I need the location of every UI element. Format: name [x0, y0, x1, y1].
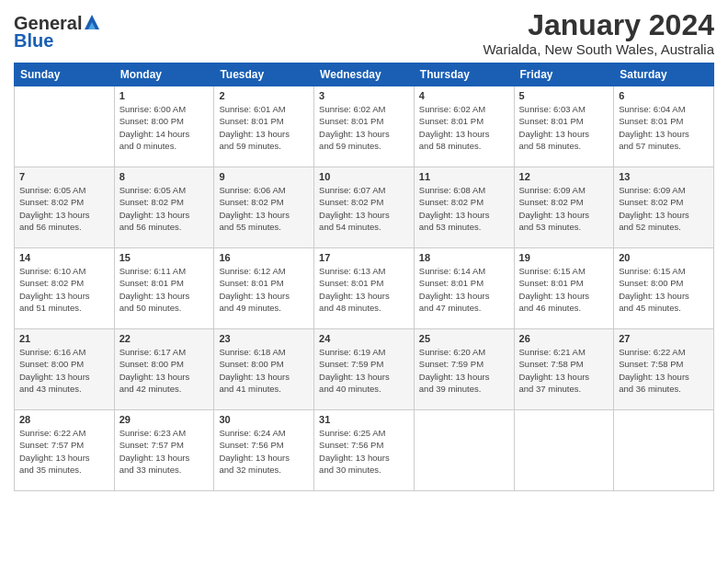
- cell-day-number: 14: [19, 252, 109, 263]
- calendar-cell: 12Sunrise: 6:09 AMSunset: 8:02 PMDayligh…: [514, 167, 614, 248]
- cell-sunset: Sunset: 7:57 PM: [119, 439, 210, 451]
- cell-sunset: Sunset: 7:56 PM: [319, 439, 409, 451]
- calendar-week-2: 7Sunrise: 6:05 AMSunset: 8:02 PMDaylight…: [15, 167, 714, 248]
- cell-day-number: 7: [19, 171, 109, 182]
- cell-sunset: Sunset: 8:00 PM: [119, 358, 210, 370]
- cell-info: Sunrise: 6:15 AMSunset: 8:01 PMDaylight:…: [519, 265, 609, 314]
- cell-daylight-line1: Daylight: 13 hours: [619, 209, 709, 221]
- cell-info: Sunrise: 6:22 AMSunset: 7:57 PMDaylight:…: [19, 427, 109, 476]
- cell-daylight-line2: and 59 minutes.: [219, 140, 309, 152]
- cell-daylight-line2: and 37 minutes.: [519, 383, 609, 395]
- cell-sunset: Sunset: 8:02 PM: [19, 196, 109, 208]
- cell-sunset: Sunset: 8:02 PM: [519, 196, 609, 208]
- cell-sunrise: Sunrise: 6:16 AM: [19, 346, 109, 358]
- cell-daylight-line2: and 39 minutes.: [419, 383, 509, 395]
- cell-sunset: Sunset: 8:00 PM: [19, 358, 109, 370]
- cell-daylight-line2: and 35 minutes.: [19, 464, 109, 476]
- cell-sunset: Sunset: 8:01 PM: [319, 277, 409, 289]
- cell-info: Sunrise: 6:11 AMSunset: 8:01 PMDaylight:…: [119, 265, 210, 314]
- cell-day-number: 5: [519, 90, 609, 101]
- cell-day-number: 24: [319, 333, 409, 344]
- calendar-cell: [414, 410, 514, 491]
- cell-info: Sunrise: 6:13 AMSunset: 8:01 PMDaylight:…: [319, 265, 409, 314]
- cell-sunrise: Sunrise: 6:06 AM: [219, 184, 309, 196]
- cell-day-number: 2: [219, 90, 309, 101]
- cell-sunset: Sunset: 8:00 PM: [119, 115, 210, 127]
- cell-info: Sunrise: 6:20 AMSunset: 7:59 PMDaylight:…: [419, 346, 509, 395]
- cell-day-number: 25: [419, 333, 509, 344]
- cell-daylight-line1: Daylight: 13 hours: [219, 128, 309, 140]
- cell-daylight-line1: Daylight: 13 hours: [619, 128, 709, 140]
- cell-info: Sunrise: 6:17 AMSunset: 8:00 PMDaylight:…: [119, 346, 210, 395]
- cell-daylight-line2: and 43 minutes.: [19, 383, 109, 395]
- calendar-week-1: 1Sunrise: 6:00 AMSunset: 8:00 PMDaylight…: [15, 86, 714, 167]
- cell-day-number: 30: [219, 414, 309, 425]
- cell-day-number: 4: [419, 90, 509, 101]
- col-sunday: Sunday: [15, 63, 115, 86]
- col-wednesday: Wednesday: [314, 63, 415, 86]
- cell-daylight-line1: Daylight: 13 hours: [319, 209, 409, 221]
- cell-day-number: 13: [619, 171, 709, 182]
- col-tuesday: Tuesday: [214, 63, 314, 86]
- cell-sunrise: Sunrise: 6:15 AM: [519, 265, 609, 277]
- cell-daylight-line1: Daylight: 13 hours: [519, 371, 609, 383]
- cell-daylight-line2: and 40 minutes.: [319, 383, 409, 395]
- location-subtitle: Warialda, New South Wales, Australia: [483, 41, 715, 57]
- cell-daylight-line2: and 30 minutes.: [319, 464, 409, 476]
- calendar-cell: 31Sunrise: 6:25 AMSunset: 7:56 PMDayligh…: [314, 410, 415, 491]
- cell-daylight-line1: Daylight: 13 hours: [619, 371, 709, 383]
- calendar-week-4: 21Sunrise: 6:16 AMSunset: 8:00 PMDayligh…: [15, 329, 714, 410]
- col-friday: Friday: [514, 63, 614, 86]
- cell-sunset: Sunset: 8:01 PM: [119, 277, 210, 289]
- cell-daylight-line2: and 54 minutes.: [319, 221, 409, 233]
- calendar-cell: 1Sunrise: 6:00 AMSunset: 8:00 PMDaylight…: [114, 86, 214, 167]
- calendar-cell: 11Sunrise: 6:08 AMSunset: 8:02 PMDayligh…: [414, 167, 514, 248]
- cell-sunrise: Sunrise: 6:19 AM: [319, 346, 409, 358]
- cell-sunrise: Sunrise: 6:22 AM: [619, 346, 709, 358]
- calendar-cell: 9Sunrise: 6:06 AMSunset: 8:02 PMDaylight…: [214, 167, 314, 248]
- cell-day-number: 9: [219, 171, 309, 182]
- cell-sunrise: Sunrise: 6:21 AM: [519, 346, 609, 358]
- cell-day-number: 15: [119, 252, 210, 263]
- calendar-cell: 18Sunrise: 6:14 AMSunset: 8:01 PMDayligh…: [414, 248, 514, 329]
- cell-day-number: 26: [519, 333, 609, 344]
- cell-info: Sunrise: 6:16 AMSunset: 8:00 PMDaylight:…: [19, 346, 109, 395]
- cell-daylight-line1: Daylight: 13 hours: [19, 209, 109, 221]
- cell-daylight-line1: Daylight: 13 hours: [119, 290, 210, 302]
- calendar-cell: 16Sunrise: 6:12 AMSunset: 8:01 PMDayligh…: [214, 248, 314, 329]
- cell-day-number: 6: [619, 90, 709, 101]
- cell-info: Sunrise: 6:05 AMSunset: 8:02 PMDaylight:…: [19, 184, 109, 233]
- cell-daylight-line1: Daylight: 13 hours: [419, 209, 509, 221]
- cell-day-number: 31: [319, 414, 409, 425]
- cell-daylight-line1: Daylight: 13 hours: [319, 452, 409, 464]
- cell-day-number: 23: [219, 333, 309, 344]
- cell-daylight-line1: Daylight: 13 hours: [619, 290, 709, 302]
- header-row: Sunday Monday Tuesday Wednesday Thursday…: [15, 63, 714, 86]
- cell-day-number: 29: [119, 414, 210, 425]
- cell-daylight-line1: Daylight: 13 hours: [319, 290, 409, 302]
- cell-sunrise: Sunrise: 6:02 AM: [319, 103, 409, 115]
- cell-sunrise: Sunrise: 6:24 AM: [219, 427, 309, 439]
- cell-daylight-line1: Daylight: 14 hours: [119, 128, 210, 140]
- calendar-cell: [15, 86, 115, 167]
- cell-sunrise: Sunrise: 6:17 AM: [119, 346, 210, 358]
- cell-sunrise: Sunrise: 6:08 AM: [419, 184, 509, 196]
- cell-daylight-line1: Daylight: 13 hours: [419, 371, 509, 383]
- cell-daylight-line1: Daylight: 13 hours: [119, 371, 210, 383]
- cell-daylight-line1: Daylight: 13 hours: [19, 452, 109, 464]
- logo: General Blue: [14, 13, 101, 52]
- cell-day-number: 11: [419, 171, 509, 182]
- cell-daylight-line2: and 59 minutes.: [319, 140, 409, 152]
- calendar-cell: [514, 410, 614, 491]
- cell-daylight-line2: and 55 minutes.: [219, 221, 309, 233]
- cell-daylight-line2: and 52 minutes.: [619, 221, 709, 233]
- cell-sunset: Sunset: 7:58 PM: [619, 358, 709, 370]
- cell-day-number: 19: [519, 252, 609, 263]
- cell-day-number: 1: [119, 90, 210, 101]
- cell-day-number: 8: [119, 171, 210, 182]
- cell-info: Sunrise: 6:07 AMSunset: 8:02 PMDaylight:…: [319, 184, 409, 233]
- calendar-cell: 20Sunrise: 6:15 AMSunset: 8:00 PMDayligh…: [614, 248, 714, 329]
- calendar-cell: 26Sunrise: 6:21 AMSunset: 7:58 PMDayligh…: [514, 329, 614, 410]
- cell-day-number: 10: [319, 171, 409, 182]
- cell-daylight-line1: Daylight: 13 hours: [19, 371, 109, 383]
